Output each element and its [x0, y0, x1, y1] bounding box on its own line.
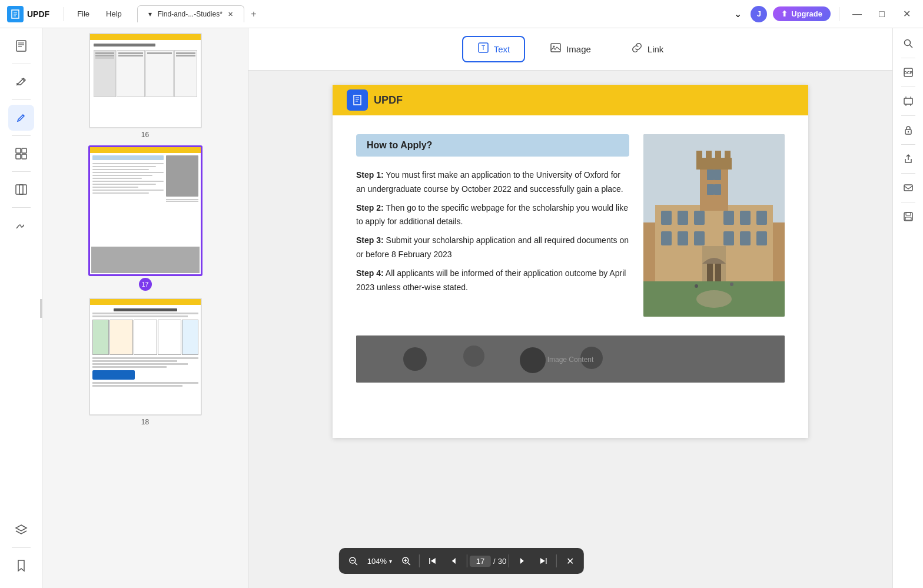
page-number-input[interactable] — [470, 556, 491, 567]
tab-current[interactable]: ▾ Find-and-...-Studies* ✕ — [137, 5, 244, 22]
logo-text: UPDF — [27, 9, 49, 19]
scan-icon[interactable] — [898, 91, 919, 112]
svg-rect-43 — [707, 184, 714, 195]
svg-rect-24 — [740, 211, 751, 225]
svg-rect-27 — [678, 231, 688, 245]
last-page-button[interactable] — [533, 550, 554, 572]
user-avatar[interactable]: J — [751, 6, 767, 22]
r-sep1 — [901, 58, 915, 58]
thumbnail-panel: 16 — [42, 28, 248, 588]
tab-bar: ▾ Find-and-...-Studies* ✕ + — [137, 5, 261, 22]
email-icon[interactable] — [898, 177, 919, 198]
titlebar: UPDF File Help ▾ Find-and-...-Studies* ✕… — [0, 0, 923, 28]
lock-icon[interactable] — [898, 119, 919, 141]
r-sep4 — [901, 144, 915, 145]
image-tool-button[interactable]: Image — [534, 36, 606, 62]
zoom-in-button[interactable] — [396, 550, 417, 572]
link-tool-button[interactable]: Link — [616, 36, 679, 62]
toolbar-bar: T Text Image Link — [248, 28, 892, 71]
step3-label: Step 3: — [356, 235, 384, 245]
prev-page-button[interactable] — [443, 550, 464, 572]
new-tab-button[interactable]: + — [247, 7, 261, 21]
svg-rect-30 — [740, 231, 751, 245]
tab-dropdown-icon[interactable]: ▾ — [146, 10, 154, 18]
thumbnail-page-18[interactable]: 18 — [47, 298, 243, 426]
sidebar-item-bookmark[interactable] — [8, 553, 34, 579]
share-icon[interactable] — [898, 148, 919, 170]
sidebar-item-organize[interactable] — [8, 141, 34, 167]
svg-rect-25 — [756, 211, 767, 225]
editor-area: T Text Image Link — [248, 28, 892, 588]
step3-text: Step 3: Submit your scholarship applicat… — [356, 234, 629, 262]
sep1 — [64, 7, 64, 21]
minimize-button[interactable]: — — [848, 5, 866, 24]
svg-point-50 — [403, 347, 427, 371]
svg-point-47 — [695, 284, 698, 288]
pdf-logo-icon — [347, 89, 368, 111]
thumbnail-page-17[interactable]: 17 — [47, 146, 243, 291]
text-tool-button[interactable]: T Text — [462, 36, 526, 62]
sidebar-item-pages[interactable] — [8, 33, 34, 59]
pdf-body: How to Apply? Step 1: You must first mak… — [333, 115, 808, 335]
svg-point-51 — [463, 346, 484, 367]
search-right-icon[interactable] — [898, 33, 919, 54]
zoom-level-display[interactable]: 104% ▾ — [364, 557, 396, 566]
svg-rect-42 — [714, 170, 721, 180]
first-page-button[interactable] — [422, 550, 443, 572]
maximize-button[interactable]: □ — [872, 5, 891, 24]
svg-rect-46 — [773, 222, 785, 281]
link-tool-label: Link — [648, 44, 664, 54]
pdf-content: UPDF How to Apply? Step 1: You must firs… — [248, 71, 892, 588]
svg-point-15 — [553, 46, 555, 48]
pdf-page: UPDF How to Apply? Step 1: You must firs… — [333, 85, 808, 438]
sidebar-item-convert[interactable] — [8, 177, 34, 202]
svg-rect-20 — [661, 211, 672, 225]
step4-text: Step 4: All applicants will be informed … — [356, 267, 629, 295]
tab-close-button[interactable]: ✕ — [226, 9, 235, 19]
svg-rect-38 — [706, 151, 712, 160]
thumbnail-page-16[interactable]: 16 — [47, 33, 243, 139]
step3-content: Submit your scholarship application and … — [356, 235, 629, 259]
sidebar-item-sign[interactable] — [8, 212, 34, 238]
text-icon: T — [477, 42, 489, 57]
svg-point-61 — [907, 131, 908, 132]
r-sep2 — [901, 87, 915, 87]
svg-rect-34 — [715, 264, 721, 281]
svg-rect-23 — [723, 211, 734, 225]
app-logo: UPDF — [7, 6, 49, 22]
text-tool-label: Text — [494, 44, 510, 54]
link-icon — [631, 42, 643, 57]
step2-label: Step 2: — [356, 203, 384, 212]
save-icon[interactable] — [898, 206, 919, 227]
close-zoom-bar-button[interactable]: ✕ — [559, 550, 580, 572]
zoom-out-button[interactable] — [343, 550, 364, 572]
svg-rect-62 — [904, 185, 912, 191]
menu-file[interactable]: File — [71, 7, 95, 21]
sidebar-sep3 — [12, 135, 31, 136]
sidebar-item-edit[interactable] — [8, 105, 34, 131]
sidebar-item-layers[interactable] — [8, 517, 34, 543]
sidebar-item-highlight[interactable] — [8, 69, 34, 95]
r-sep5 — [901, 173, 915, 174]
zoom-sep2 — [467, 554, 467, 567]
ocr-icon[interactable]: OCR — [898, 62, 919, 83]
menu-help[interactable]: Help — [100, 7, 128, 21]
step4-label: Step 4: — [356, 268, 384, 278]
svg-point-48 — [730, 283, 733, 286]
svg-line-70 — [408, 563, 410, 565]
svg-text:Image Content: Image Content — [547, 356, 594, 364]
close-button[interactable]: ✕ — [897, 5, 916, 24]
left-sidebar: ‹ — [0, 28, 42, 588]
svg-rect-14 — [551, 44, 560, 52]
svg-rect-65 — [905, 217, 911, 220]
zoom-sep4 — [556, 554, 557, 567]
next-page-button[interactable] — [512, 550, 533, 572]
upgrade-button[interactable]: ⬆ Upgrade — [773, 6, 831, 21]
svg-rect-8 — [16, 154, 21, 159]
step1-label: Step 1: — [356, 170, 384, 180]
zoom-percentage: 104% — [367, 557, 387, 566]
zoom-sep3 — [509, 554, 509, 567]
svg-rect-59 — [904, 98, 912, 104]
step1-text: Step 1: You must first make an applicati… — [356, 168, 629, 197]
tabs-dropdown-button[interactable]: ⌄ — [731, 7, 745, 21]
